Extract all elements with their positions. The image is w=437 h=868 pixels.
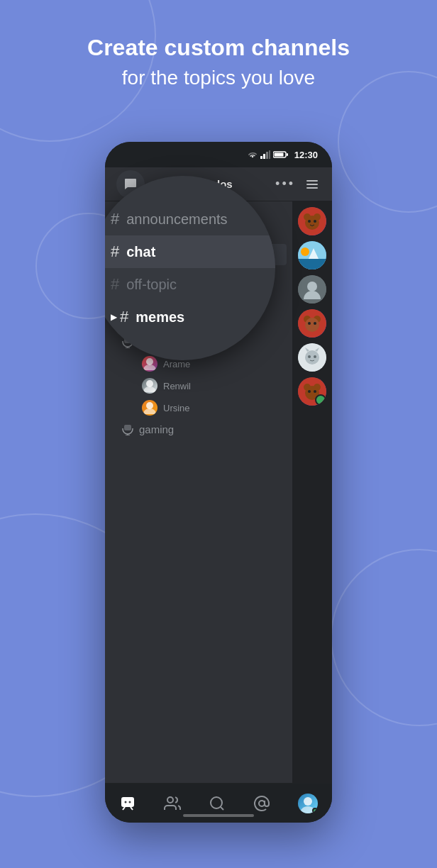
friends-nav-icon	[164, 795, 181, 812]
nav-item-friends[interactable]	[164, 795, 181, 812]
svg-point-43	[314, 390, 316, 393]
svg-rect-5	[274, 153, 283, 157]
home-indicator	[183, 814, 254, 817]
server-options-button[interactable]: •••	[275, 177, 295, 191]
status-icons	[248, 150, 289, 159]
magnify-notif-dot: ▶	[111, 312, 117, 322]
members-list-button[interactable]	[304, 177, 321, 191]
svg-point-30	[308, 322, 311, 325]
svg-line-49	[221, 806, 223, 809]
server-icon-2[interactable]	[298, 241, 326, 269]
svg-point-9	[146, 358, 153, 365]
nav-item-mentions[interactable]	[253, 795, 270, 812]
svg-rect-44	[121, 797, 134, 807]
magnify-channel-name-announcements: announcements	[126, 211, 227, 228]
status-time: 12:30	[294, 150, 318, 160]
svg-point-45	[124, 801, 126, 803]
nav-item-discord[interactable]	[119, 795, 136, 812]
battery-icon	[273, 150, 289, 159]
magnify-hash-announcements: #	[111, 210, 119, 228]
svg-point-50	[259, 801, 265, 806]
avatar-renwil	[142, 378, 157, 394]
svg-point-17	[305, 216, 319, 230]
discord-nav-icon	[119, 795, 136, 812]
server-icon-3[interactable]	[298, 275, 326, 304]
wifi-icon	[248, 150, 258, 159]
avatar-ursine	[142, 400, 157, 416]
mentions-nav-icon	[253, 795, 270, 812]
svg-point-46	[128, 801, 131, 803]
status-bar: 12:30	[105, 142, 332, 167]
server-icon-1[interactable]	[298, 207, 326, 235]
server-icon-5[interactable]	[298, 343, 326, 372]
signal-icon	[260, 150, 270, 159]
magnify-channel-name-off-topic: off-topic	[126, 277, 177, 293]
svg-point-36	[308, 355, 311, 358]
avatar-arame	[142, 356, 157, 372]
magnify-hash-off-topic: #	[111, 275, 119, 294]
svg-point-11	[146, 402, 153, 409]
server-list	[292, 201, 332, 783]
magnify-channel-name-chat: chat	[126, 244, 155, 260]
svg-point-19	[314, 220, 316, 223]
user-avatar	[298, 794, 318, 813]
voice-member-renwil[interactable]: Renwil	[111, 375, 287, 396]
svg-rect-21	[298, 259, 326, 269]
phone-mockup: 12:30 Friendos •••	[105, 142, 332, 823]
svg-rect-3	[269, 150, 270, 159]
nav-item-search[interactable]	[209, 795, 226, 812]
svg-point-29	[305, 318, 319, 332]
header-title: Create custom channels	[28, 34, 409, 61]
svg-point-18	[308, 220, 311, 223]
svg-point-51	[304, 797, 312, 806]
svg-point-41	[305, 386, 319, 400]
svg-rect-0	[260, 156, 262, 159]
header-subtitle: for the topics you love	[28, 64, 409, 91]
svg-rect-2	[266, 152, 268, 159]
server-icon-6[interactable]	[298, 377, 326, 406]
svg-point-25	[307, 282, 317, 291]
server-icon-4[interactable]	[298, 309, 326, 338]
voice-icon-gaming	[122, 424, 133, 435]
magnify-hash-chat: #	[111, 243, 119, 261]
svg-point-23	[301, 247, 309, 256]
svg-point-47	[167, 797, 173, 803]
svg-point-10	[146, 380, 153, 387]
voice-member-renwil-name: Renwil	[163, 381, 191, 391]
magnify-channel-name-memes: memes	[135, 309, 184, 326]
svg-point-31	[314, 322, 316, 325]
voice-member-ursine[interactable]: Ursine	[111, 397, 287, 418]
magnify-off-topic[interactable]: # off-topic	[105, 268, 275, 301]
voice-member-ursine-name: Ursine	[163, 403, 190, 413]
search-nav-icon	[209, 795, 226, 812]
svg-rect-1	[263, 154, 265, 159]
svg-point-42	[308, 390, 311, 393]
magnify-hash-memes: #	[120, 308, 128, 326]
magnify-memes[interactable]: ▶ # memes	[105, 301, 275, 333]
phone-frame: 12:30 Friendos •••	[105, 142, 332, 823]
voice-channel-gaming-name: gaming	[139, 423, 174, 435]
svg-point-33	[305, 350, 319, 365]
magnify-chat[interactable]: # chat	[105, 235, 275, 268]
magnify-announcements[interactable]: # announcements	[105, 203, 275, 235]
voice-channel-gaming[interactable]: gaming	[111, 419, 287, 440]
header-section: Create custom channels for the topics yo…	[0, 34, 437, 92]
nav-item-profile[interactable]	[298, 794, 318, 813]
svg-point-37	[314, 355, 316, 358]
svg-rect-6	[287, 153, 288, 156]
svg-point-48	[211, 797, 222, 808]
